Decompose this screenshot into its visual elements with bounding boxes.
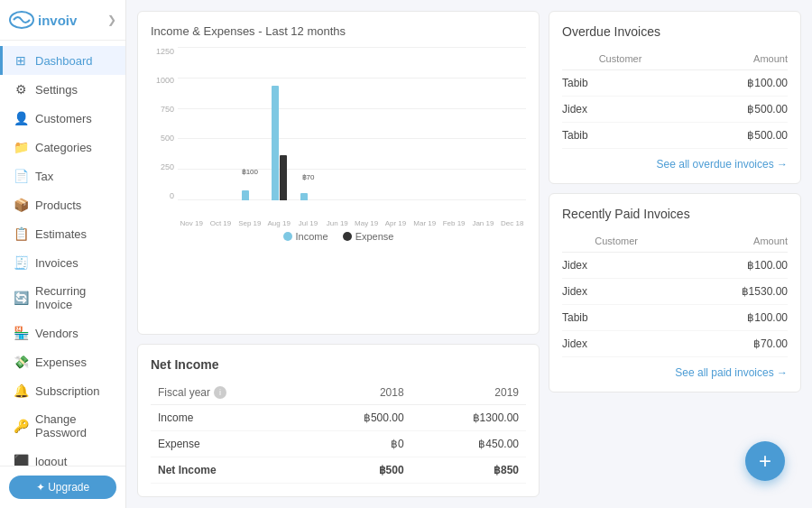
overdue-col-customer: Customer: [562, 50, 678, 70]
x-axis-label: Apr 19: [382, 219, 409, 227]
net-income-table: Fiscal year i 2018 2019 Income฿500.00฿13…: [151, 381, 526, 484]
paid-invoices-card: Recently Paid Invoices Customer Amount J…: [549, 193, 801, 393]
sidebar-item-label-recurring-invoice: Recurring Invoice: [35, 284, 115, 311]
net-income-row: Income฿500.00฿1300.00: [151, 405, 526, 431]
see-all-paid-link[interactable]: See all paid invoices →: [562, 366, 788, 379]
paid-invoice-row: Tabib฿100.00: [562, 305, 788, 331]
bar-group: ฿100: [236, 190, 263, 200]
sidebar-item-label-dashboard: Dashboard: [35, 54, 93, 68]
invoices-icon: 🧾: [14, 255, 28, 270]
sidebar-item-settings[interactable]: ⚙Settings: [0, 75, 125, 104]
sidebar-item-label-tax: Tax: [35, 170, 53, 183]
overdue-customer: Tabib: [562, 70, 678, 97]
paid-amount: ฿100.00: [670, 253, 788, 279]
sidebar-item-estimates[interactable]: 📋Estimates: [0, 219, 125, 248]
sidebar-item-label-subscription: Subscription: [35, 384, 100, 398]
paid-customer: Tabib: [562, 305, 670, 331]
sidebar-item-label-categories: Categories: [35, 141, 92, 154]
dashboard-icon: ⊞: [14, 53, 28, 68]
sidebar: invoiv ❯ ⊞Dashboard⚙Settings👤Customers📁C…: [0, 0, 126, 508]
sidebar-item-subscription[interactable]: 🔔Subscription: [0, 376, 125, 405]
sidebar-item-label-invoices: Invoices: [35, 256, 78, 270]
y-axis-label: 1250: [151, 47, 178, 56]
paid-table: Customer Amount Jidex฿100.00Jidex฿1530.0…: [562, 232, 788, 357]
sidebar-item-label-estimates: Estimates: [35, 227, 87, 241]
recurring-invoice-icon: 🔄: [14, 291, 28, 305]
income-bar: [242, 190, 249, 200]
sidebar-item-dashboard[interactable]: ⊞Dashboard: [0, 46, 125, 75]
income-legend-dot: [283, 232, 292, 241]
sidebar-item-vendors[interactable]: 🏪Vendors: [0, 319, 125, 347]
sidebar-item-label-change-password: Change Password: [35, 412, 115, 439]
upgrade-button[interactable]: ✦ Upgrade: [9, 476, 116, 499]
overdue-title: Overdue Invoices: [562, 24, 788, 39]
logo-text: invoiv: [38, 13, 77, 28]
chart-bars-area: ฿100฿1130฿70: [178, 47, 526, 200]
sidebar-item-change-password[interactable]: 🔑Change Password: [0, 405, 125, 447]
categories-icon: 📁: [14, 140, 28, 154]
sidebar-toggle-icon[interactable]: ❯: [107, 14, 116, 26]
net-income-row-label: Expense: [151, 431, 308, 457]
x-axis-label: Mar 19: [411, 219, 438, 227]
paid-invoice-row: Jidex฿100.00: [562, 253, 788, 279]
sidebar-item-tax[interactable]: 📄Tax: [0, 162, 125, 190]
sidebar-item-invoices[interactable]: 🧾Invoices: [0, 248, 125, 277]
sidebar-item-categories[interactable]: 📁Categories: [0, 133, 125, 162]
overdue-amount: ฿500.00: [678, 97, 788, 123]
net-income-row-value-2018: ฿0: [308, 431, 411, 457]
paid-amount: ฿70.00: [670, 331, 788, 357]
net-income-row-value-2018: ฿500: [308, 457, 411, 484]
sidebar-item-products[interactable]: 📦Products: [0, 190, 125, 219]
paid-title: Recently Paid Invoices: [562, 207, 788, 221]
x-axis-label: Jul 19: [294, 219, 321, 227]
net-income-col-label: Fiscal year i: [151, 381, 308, 405]
bar-value-label: ฿100: [242, 168, 258, 176]
sidebar-nav: ⊞Dashboard⚙Settings👤Customers📁Categories…: [0, 41, 125, 466]
net-income-card: Net Income Fiscal year i 2018 2019: [137, 344, 540, 497]
paid-customer: Jidex: [562, 253, 670, 279]
customers-icon: 👤: [14, 111, 28, 125]
x-axis-label: Jan 19: [469, 219, 496, 227]
paid-amount: ฿1530.00: [670, 279, 788, 305]
left-column: Income & Expenses - Last 12 months 02505…: [137, 11, 540, 497]
expense-bar: [280, 155, 287, 200]
overdue-tbody: Tabib฿100.00Jidex฿500.00Tabib฿500.00: [562, 70, 788, 149]
products-icon: 📦: [14, 198, 28, 212]
sidebar-item-logout[interactable]: ⬛logout: [0, 447, 125, 466]
sidebar-header: invoiv ❯: [0, 0, 125, 41]
sidebar-item-customers[interactable]: 👤Customers: [0, 104, 125, 133]
logo-icon: [9, 11, 34, 29]
y-axis-label: 0: [151, 191, 178, 200]
net-income-row-value-2018: ฿500.00: [308, 405, 411, 431]
y-axis-label: 250: [151, 162, 178, 171]
bar-group: ฿1130: [265, 86, 292, 200]
chart-title: Income & Expenses - Last 12 months: [151, 24, 526, 38]
net-income-row-value-2019: ฿850: [411, 457, 526, 484]
x-axis: Nov 19Oct 19Sep 19Aug 19Jul 19Jun 19May …: [178, 219, 526, 227]
expense-legend: Expense: [343, 231, 394, 242]
overdue-customer: Tabib: [562, 123, 678, 149]
sidebar-item-recurring-invoice[interactable]: 🔄Recurring Invoice: [0, 277, 125, 319]
logo-area: invoiv: [9, 11, 77, 29]
net-income-row: Expense฿0฿450.00: [151, 431, 526, 457]
expense-legend-dot: [343, 232, 352, 241]
see-all-overdue-link[interactable]: See all overdue invoices →: [562, 158, 788, 171]
expense-legend-label: Expense: [355, 231, 394, 242]
overdue-amount: ฿100.00: [678, 70, 788, 97]
x-axis-label: Dec 18: [499, 219, 526, 227]
overdue-invoice-row: Jidex฿500.00: [562, 97, 788, 123]
x-axis-label: Sep 19: [236, 219, 263, 227]
sidebar-item-expenses[interactable]: 💸Expenses: [0, 347, 125, 376]
income-legend: Income: [283, 231, 328, 242]
x-axis-label: Jun 19: [324, 219, 351, 227]
fab-button[interactable]: +: [745, 441, 785, 481]
main-content: Income & Expenses - Last 12 months 02505…: [126, 0, 812, 508]
sidebar-item-label-expenses: Expenses: [35, 356, 87, 369]
fiscal-year-info-icon[interactable]: i: [214, 386, 226, 399]
net-income-row: Net Income฿500฿850: [151, 457, 526, 484]
overdue-invoice-row: Tabib฿500.00: [562, 123, 788, 149]
paid-customer: Jidex: [562, 331, 670, 357]
subscription-icon: 🔔: [14, 383, 28, 398]
paid-col-customer: Customer: [562, 232, 670, 253]
sidebar-item-label-vendors: Vendors: [35, 327, 78, 340]
